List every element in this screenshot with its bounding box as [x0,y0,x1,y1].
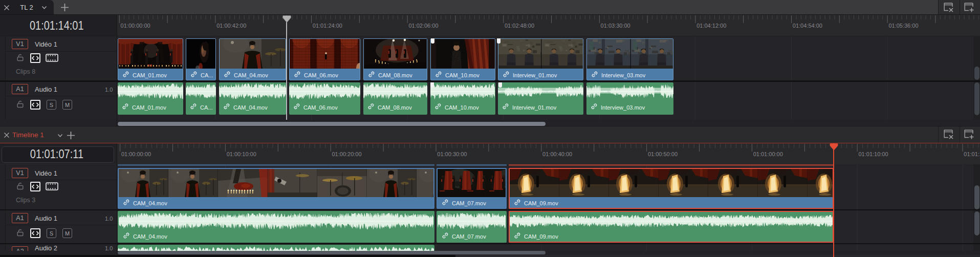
svg-text:CAM_08.mov: CAM_08.mov [378,72,412,78]
svg-text:CAM_04.mov: CAM_04.mov [133,200,167,206]
svg-text:CAM_09.mov: CAM_09.mov [524,233,558,239]
svg-text:CA...: CA... [201,72,213,78]
svg-text:01:02:48:00: 01:02:48:00 [505,23,534,29]
svg-text:CAM_07.mov: CAM_07.mov [452,233,486,239]
svg-text:CAM_06.mov: CAM_06.mov [303,104,338,111]
svg-text:01:01:20:00: 01:01:20:00 [964,151,980,157]
svg-text:01:00:00:00: 01:00:00:00 [121,151,150,157]
svg-text:CAM_10.mov: CAM_10.mov [445,104,479,111]
svg-text:01:00:40:00: 01:00:40:00 [542,151,572,157]
svg-text:Interview_03.mov: Interview_03.mov [601,104,645,111]
svg-text:01:04:12:00: 01:04:12:00 [696,23,726,29]
svg-text:CAM_04.mov: CAM_04.mov [233,104,268,111]
svg-text:CAM_01.mov: CAM_01.mov [132,104,166,111]
svg-text:01:03:30:00: 01:03:30:00 [600,23,630,29]
svg-text:CAM_10.mov: CAM_10.mov [445,72,480,78]
svg-text:01:05:36:00: 01:05:36:00 [888,23,918,29]
svg-text:CAM_09.mov: CAM_09.mov [524,200,558,206]
svg-text:Interview_03.mov: Interview_03.mov [601,72,646,78]
svg-text:01:02:06:00: 01:02:06:00 [408,23,438,29]
svg-text:CAM_04.mov: CAM_04.mov [133,233,167,239]
svg-text:01:00:30:00: 01:00:30:00 [437,151,467,157]
svg-text:Interview_01.mov: Interview_01.mov [513,72,557,78]
svg-text:01:00:50:00: 01:00:50:00 [647,151,677,157]
svg-text:01:00:00:00: 01:00:00:00 [120,23,150,29]
svg-text:01:01:10:00: 01:01:10:00 [858,151,888,157]
svg-text:01:01:24:00: 01:01:24:00 [312,23,342,29]
svg-text:01:00:42:00: 01:00:42:00 [216,23,246,29]
svg-text:CAM_04.mov: CAM_04.mov [234,72,268,78]
svg-text:CAM_06.mov: CAM_06.mov [304,72,338,78]
svg-text:01:01:00:00: 01:01:00:00 [753,151,782,157]
svg-text:Interview_01.mov: Interview_01.mov [512,104,557,111]
svg-text:01:04:54:00: 01:04:54:00 [792,23,822,29]
svg-text:CAM_08.mov: CAM_08.mov [378,104,412,111]
svg-text:01:00:10:00: 01:00:10:00 [226,151,256,157]
svg-text:CA...: CA... [200,104,212,111]
svg-text:01:00:20:00: 01:00:20:00 [332,151,361,157]
svg-text:CAM_01.mov: CAM_01.mov [133,72,167,78]
svg-text:CAM_07.mov: CAM_07.mov [452,200,486,206]
